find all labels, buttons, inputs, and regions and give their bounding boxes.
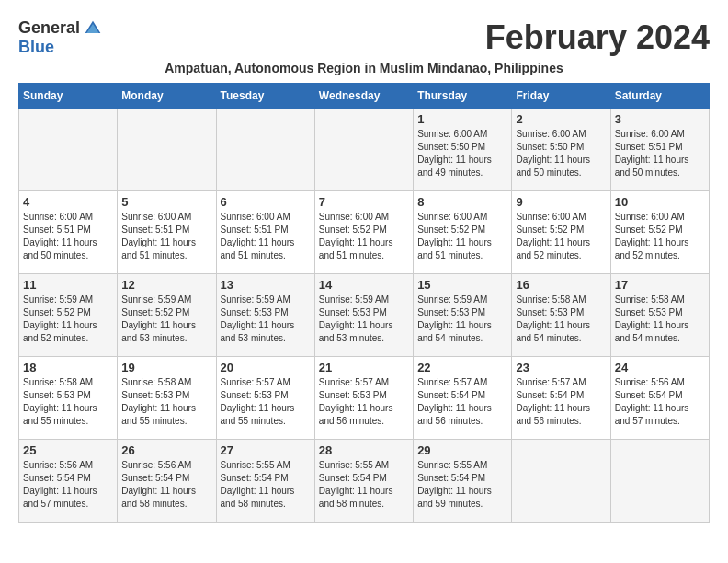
day-number: 23: [516, 361, 606, 374]
day-number: 4: [23, 195, 113, 209]
day-cell: 16Sunrise: 5:58 AMSunset: 5:53 PMDayligh…: [512, 274, 610, 357]
day-cell: 11Sunrise: 5:59 AMSunset: 5:52 PMDayligh…: [19, 274, 118, 357]
day-number: 25: [23, 443, 113, 457]
day-info: Sunrise: 5:58 AMSunset: 5:53 PMDaylight:…: [516, 293, 606, 345]
day-cell: 10Sunrise: 6:00 AMSunset: 5:52 PMDayligh…: [610, 191, 709, 274]
day-info: Sunrise: 6:00 AMSunset: 5:51 PMDaylight:…: [121, 211, 211, 262]
day-number: 8: [417, 195, 507, 209]
day-info: Sunrise: 5:56 AMSunset: 5:54 PMDaylight:…: [23, 459, 113, 511]
day-info: Sunrise: 5:59 AMSunset: 5:52 PMDaylight:…: [121, 293, 211, 345]
day-number: 2: [516, 112, 606, 126]
day-number: 16: [516, 278, 606, 292]
day-info: Sunrise: 5:55 AMSunset: 5:54 PMDaylight:…: [417, 459, 507, 511]
day-cell: 6Sunrise: 6:00 AMSunset: 5:51 PMDaylight…: [216, 191, 314, 274]
day-info: Sunrise: 5:57 AMSunset: 5:53 PMDaylight:…: [221, 376, 311, 428]
header-cell-friday: Friday: [512, 84, 610, 109]
day-cell: 18Sunrise: 5:58 AMSunset: 5:53 PMDayligh…: [19, 357, 118, 440]
logo-icon: [84, 19, 102, 38]
week-row-2: 11Sunrise: 5:59 AMSunset: 5:52 PMDayligh…: [19, 274, 710, 357]
day-number: 20: [221, 361, 311, 374]
day-cell: 3Sunrise: 6:00 AMSunset: 5:51 PMDaylight…: [610, 109, 709, 191]
logo: General Blue: [18, 18, 102, 57]
day-number: 6: [221, 195, 311, 209]
day-info: Sunrise: 5:55 AMSunset: 5:54 PMDaylight:…: [221, 459, 311, 511]
day-cell: 7Sunrise: 6:00 AMSunset: 5:52 PMDaylight…: [314, 191, 413, 274]
day-cell: [19, 109, 118, 191]
day-info: Sunrise: 6:00 AMSunset: 5:51 PMDaylight:…: [221, 211, 311, 262]
day-info: Sunrise: 6:00 AMSunset: 5:52 PMDaylight:…: [319, 211, 409, 262]
logo-general-text: General: [18, 18, 80, 38]
day-cell: 24Sunrise: 5:56 AMSunset: 5:54 PMDayligh…: [610, 357, 709, 440]
day-number: 15: [417, 278, 507, 292]
day-info: Sunrise: 6:00 AMSunset: 5:52 PMDaylight:…: [516, 211, 606, 262]
day-number: 21: [319, 361, 409, 374]
header-cell-monday: Monday: [118, 84, 216, 109]
day-cell: 17Sunrise: 5:58 AMSunset: 5:53 PMDayligh…: [610, 274, 709, 357]
day-info: Sunrise: 5:57 AMSunset: 5:54 PMDaylight:…: [417, 376, 507, 428]
day-number: 18: [23, 361, 113, 374]
day-info: Sunrise: 5:58 AMSunset: 5:53 PMDaylight:…: [23, 376, 113, 428]
day-number: 13: [221, 278, 311, 292]
day-info: Sunrise: 6:00 AMSunset: 5:51 PMDaylight:…: [23, 211, 113, 262]
day-cell: 12Sunrise: 5:59 AMSunset: 5:52 PMDayligh…: [118, 274, 216, 357]
day-number: 12: [121, 278, 211, 292]
day-cell: 19Sunrise: 5:58 AMSunset: 5:53 PMDayligh…: [118, 357, 216, 440]
day-number: 1: [417, 112, 507, 126]
day-info: Sunrise: 5:58 AMSunset: 5:53 PMDaylight:…: [615, 293, 705, 345]
day-cell: [216, 109, 314, 191]
day-info: Sunrise: 5:57 AMSunset: 5:54 PMDaylight:…: [516, 376, 606, 428]
day-number: 5: [121, 195, 211, 209]
day-cell: [610, 440, 709, 523]
day-number: 10: [615, 195, 705, 209]
day-info: Sunrise: 5:58 AMSunset: 5:53 PMDaylight:…: [121, 376, 211, 428]
day-info: Sunrise: 6:00 AMSunset: 5:50 PMDaylight:…: [516, 128, 606, 179]
day-cell: 14Sunrise: 5:59 AMSunset: 5:53 PMDayligh…: [314, 274, 413, 357]
day-info: Sunrise: 6:00 AMSunset: 5:51 PMDaylight:…: [615, 128, 705, 179]
calendar-header: SundayMondayTuesdayWednesdayThursdayFrid…: [19, 84, 710, 109]
day-info: Sunrise: 6:00 AMSunset: 5:50 PMDaylight:…: [417, 128, 507, 179]
day-cell: 2Sunrise: 6:00 AMSunset: 5:50 PMDaylight…: [512, 109, 610, 191]
day-cell: 4Sunrise: 6:00 AMSunset: 5:51 PMDaylight…: [19, 191, 118, 274]
subtitle: Ampatuan, Autonomous Region in Muslim Mi…: [18, 61, 710, 75]
day-cell: 25Sunrise: 5:56 AMSunset: 5:54 PMDayligh…: [19, 440, 118, 523]
calendar-table: SundayMondayTuesdayWednesdayThursdayFrid…: [18, 83, 710, 523]
logo-blue-text: Blue: [18, 38, 54, 57]
day-number: 28: [319, 443, 409, 457]
day-cell: 9Sunrise: 6:00 AMSunset: 5:52 PMDaylight…: [512, 191, 610, 274]
day-cell: 15Sunrise: 5:59 AMSunset: 5:53 PMDayligh…: [414, 274, 512, 357]
day-info: Sunrise: 5:56 AMSunset: 5:54 PMDaylight:…: [121, 459, 211, 511]
day-cell: 13Sunrise: 5:59 AMSunset: 5:53 PMDayligh…: [216, 274, 314, 357]
day-cell: 5Sunrise: 6:00 AMSunset: 5:51 PMDaylight…: [118, 191, 216, 274]
header-row: SundayMondayTuesdayWednesdayThursdayFrid…: [19, 84, 710, 109]
day-number: 22: [417, 361, 507, 374]
header-cell-thursday: Thursday: [414, 84, 512, 109]
day-info: Sunrise: 5:57 AMSunset: 5:53 PMDaylight:…: [319, 376, 409, 428]
day-cell: 26Sunrise: 5:56 AMSunset: 5:54 PMDayligh…: [118, 440, 216, 523]
week-row-3: 18Sunrise: 5:58 AMSunset: 5:53 PMDayligh…: [19, 357, 710, 440]
day-info: Sunrise: 5:59 AMSunset: 5:53 PMDaylight:…: [417, 293, 507, 345]
day-cell: 29Sunrise: 5:55 AMSunset: 5:54 PMDayligh…: [414, 440, 512, 523]
day-info: Sunrise: 6:00 AMSunset: 5:52 PMDaylight:…: [417, 211, 507, 262]
day-cell: 27Sunrise: 5:55 AMSunset: 5:54 PMDayligh…: [216, 440, 314, 523]
header: General Blue February 2024: [18, 18, 710, 57]
day-number: 3: [615, 112, 705, 126]
day-info: Sunrise: 5:59 AMSunset: 5:52 PMDaylight:…: [23, 293, 113, 345]
day-cell: [118, 109, 216, 191]
week-row-0: 1Sunrise: 6:00 AMSunset: 5:50 PMDaylight…: [19, 109, 710, 191]
day-cell: 22Sunrise: 5:57 AMSunset: 5:54 PMDayligh…: [414, 357, 512, 440]
day-info: Sunrise: 5:55 AMSunset: 5:54 PMDaylight:…: [319, 459, 409, 511]
day-cell: 8Sunrise: 6:00 AMSunset: 5:52 PMDaylight…: [414, 191, 512, 274]
day-cell: [314, 109, 413, 191]
day-number: 7: [319, 195, 409, 209]
day-info: Sunrise: 5:59 AMSunset: 5:53 PMDaylight:…: [221, 293, 311, 345]
day-info: Sunrise: 5:56 AMSunset: 5:54 PMDaylight:…: [615, 376, 705, 428]
header-cell-wednesday: Wednesday: [314, 84, 413, 109]
day-info: Sunrise: 5:59 AMSunset: 5:53 PMDaylight:…: [319, 293, 409, 345]
day-number: 24: [615, 361, 705, 374]
day-number: 11: [23, 278, 113, 292]
day-number: 27: [221, 443, 311, 457]
calendar-body: 1Sunrise: 6:00 AMSunset: 5:50 PMDaylight…: [19, 109, 710, 523]
day-number: 9: [516, 195, 606, 209]
header-cell-sunday: Sunday: [19, 84, 118, 109]
day-cell: 28Sunrise: 5:55 AMSunset: 5:54 PMDayligh…: [314, 440, 413, 523]
